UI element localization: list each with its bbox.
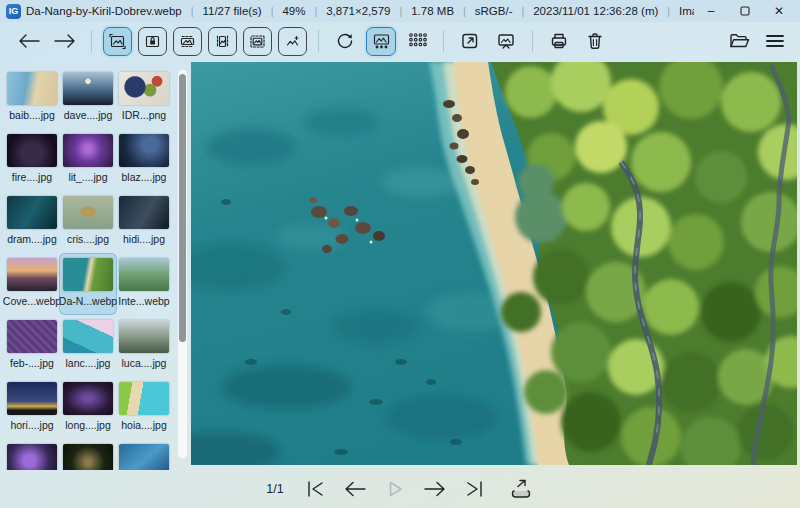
gallery-item[interactable]: Cove...webp	[4, 254, 60, 314]
gallery-item[interactable]: cris....jpg	[60, 192, 116, 252]
checkerboard-icon	[407, 31, 427, 51]
thumbnail-image	[119, 320, 169, 353]
thumbnail-image	[7, 72, 57, 105]
gallery-item[interactable]: blaz....jpg	[116, 130, 172, 190]
gallery-item[interactable]: feb-....jpg	[4, 316, 60, 376]
scale-to-fill-button[interactable]	[278, 27, 307, 56]
scale-to-height-button[interactable]	[208, 27, 237, 56]
forward-button[interactable]	[50, 27, 80, 55]
scale-to-height-icon	[214, 33, 231, 50]
title-separator: |	[314, 5, 317, 17]
thumbnail-label: cris....jpg	[67, 233, 109, 245]
thumbnail-image	[63, 134, 113, 167]
slideshow-icon	[496, 31, 516, 51]
title-bar: IG Da-Nang-by-Kiril-Dobrev.webp|11/27 fi…	[0, 0, 800, 22]
thumbnail-image	[63, 382, 113, 415]
play-slideshow-button[interactable]	[382, 476, 408, 502]
title-separator: |	[667, 5, 670, 17]
gallery-bar-icon	[372, 32, 391, 51]
gallery-item[interactable]: IDR...png	[116, 68, 172, 128]
thumbnail-label: lit_....jpg	[68, 171, 107, 183]
scrollbar-thumb[interactable]	[179, 74, 186, 342]
thumbnail-image	[7, 134, 57, 167]
scale-to-width-button[interactable]	[173, 27, 202, 56]
checkerboard-button[interactable]	[402, 27, 432, 56]
close-button[interactable]: ✕	[762, 1, 796, 21]
hamburger-menu-icon	[764, 32, 786, 50]
title-segment: 11/27 file(s)	[202, 5, 261, 17]
image-viewer[interactable]	[187, 60, 800, 470]
gallery-item-selected[interactable]: Da-N...webp	[60, 254, 116, 314]
export-button[interactable]	[508, 476, 534, 502]
title-segment: Da-Nang-by-Kiril-Dobrev.webp	[26, 5, 182, 17]
maximize-button[interactable]	[728, 1, 762, 21]
print-button[interactable]	[544, 27, 574, 56]
last-icon	[464, 479, 486, 499]
main-menu-button[interactable]	[760, 27, 790, 56]
thumbnail-image	[119, 196, 169, 229]
thumbnail-label: blaz....jpg	[122, 171, 167, 183]
previous-image-button[interactable]	[342, 476, 368, 502]
thumbnail-image	[119, 72, 169, 105]
gallery-toggle-button[interactable]	[366, 27, 396, 56]
thumbnail-image	[63, 320, 113, 353]
gallery-item[interactable]: luca....jpg	[116, 316, 172, 376]
auto-zoom-button[interactable]	[103, 27, 132, 56]
scale-to-width-icon	[179, 33, 196, 50]
open-file-button[interactable]	[724, 27, 754, 56]
gallery-item[interactable]	[4, 440, 60, 470]
gallery-scrollbar[interactable]	[178, 70, 187, 458]
title-separator: |	[399, 5, 402, 17]
refresh-icon	[335, 31, 355, 51]
bottom-navigation-bar: 1/1	[0, 470, 800, 508]
lock-zoom-icon	[144, 33, 161, 50]
toolbar-separator	[91, 30, 92, 52]
title-segment: 1.78 MB	[411, 5, 454, 17]
thumbnail-label: lanc....jpg	[66, 357, 111, 369]
scale-to-fit-button[interactable]	[243, 27, 272, 56]
thumbnail-image	[63, 72, 113, 105]
gallery-item[interactable]: baib....jpg	[4, 68, 60, 128]
thumbnail-image	[7, 320, 57, 353]
thumbnail-label: dave....jpg	[64, 109, 112, 121]
back-button[interactable]	[14, 27, 44, 55]
delete-button[interactable]	[580, 27, 610, 56]
gallery-item[interactable]	[60, 440, 116, 470]
thumbnail-image	[119, 134, 169, 167]
fullscreen-button[interactable]	[455, 27, 485, 56]
gallery-item[interactable]	[116, 440, 172, 470]
thumbnail-image	[7, 196, 57, 229]
gallery-item[interactable]: dram....jpg	[4, 192, 60, 252]
gallery-item[interactable]: hoia....jpg	[116, 378, 172, 438]
slideshow-button[interactable]	[491, 27, 521, 56]
gallery-item[interactable]: fire....jpg	[4, 130, 60, 190]
title-segment: 3,871×2,579	[326, 5, 390, 17]
imageglass-window: IG Da-Nang-by-Kiril-Dobrev.webp|11/27 fi…	[0, 0, 800, 508]
play-icon	[385, 479, 405, 499]
last-image-button[interactable]	[462, 476, 488, 502]
thumbnail-label: baib....jpg	[9, 109, 55, 121]
gallery-item[interactable]: dave....jpg	[60, 68, 116, 128]
thumbnail-image	[63, 196, 113, 229]
minimize-button[interactable]: –	[694, 1, 728, 21]
gallery-item[interactable]: Inte...webp	[116, 254, 172, 314]
lock-zoom-button[interactable]	[138, 27, 167, 56]
gallery-item[interactable]: lit_....jpg	[60, 130, 116, 190]
gallery-item[interactable]: hori....jpg	[4, 378, 60, 438]
toolbar-separator	[532, 30, 533, 52]
gallery-item[interactable]: long....jpg	[60, 378, 116, 438]
title-segment: 49%	[282, 5, 305, 17]
scale-to-fit-icon	[249, 33, 266, 50]
thumbnail-label: luca....jpg	[122, 357, 167, 369]
main-area: baib....jpgdave....jpgIDR...pngfire....j…	[0, 60, 800, 470]
title-segment: ImageGlass	[679, 5, 694, 17]
next-image-button[interactable]	[422, 476, 448, 502]
thumbnail-image	[119, 258, 169, 291]
thumbnail-image	[63, 444, 113, 470]
gallery-item[interactable]: lanc....jpg	[60, 316, 116, 376]
first-image-button[interactable]	[302, 476, 328, 502]
forward-arrow-icon	[53, 33, 77, 49]
refresh-button[interactable]	[330, 27, 360, 56]
gallery-item[interactable]: hidi....jpg	[116, 192, 172, 252]
print-icon	[549, 31, 569, 51]
